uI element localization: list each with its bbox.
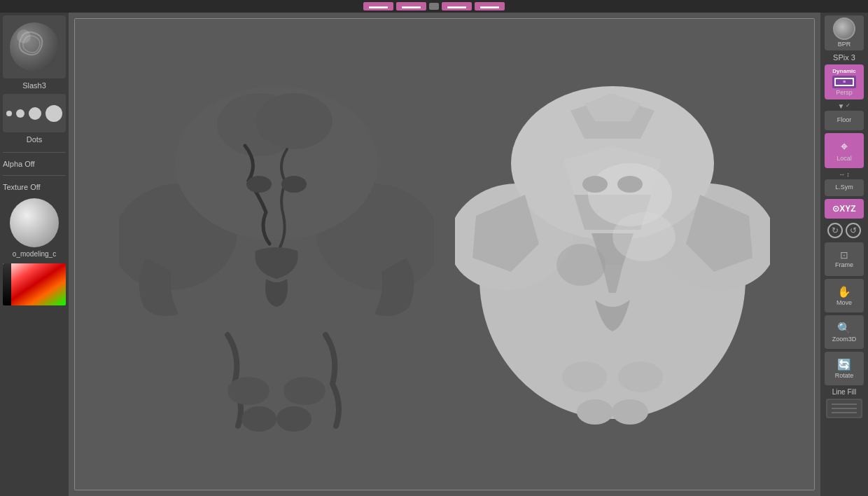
floor-container: ▼ ✓ Floor xyxy=(825,102,864,130)
brush-icon[interactable] xyxy=(3,15,66,78)
floor-checkmark: ✓ xyxy=(846,102,850,110)
rotate-cw-icon[interactable]: ↻ xyxy=(827,223,843,238)
lsym-label: L.Sym xyxy=(835,184,853,191)
persp-indicator: ≡ xyxy=(832,76,856,88)
bpr-label: BPR xyxy=(838,41,851,48)
svg-point-8 xyxy=(241,406,276,432)
divider-1 xyxy=(3,152,66,153)
svg-point-7 xyxy=(284,377,326,405)
rotate-label: Rotate xyxy=(835,373,854,380)
left-sidebar: Slash3 Dots Alpha Off Texture Off o_mode… xyxy=(0,13,69,496)
svg-point-6 xyxy=(227,377,270,405)
alpha-off-label[interactable]: Alpha Off xyxy=(0,160,35,168)
dots-preview[interactable] xyxy=(3,94,66,132)
xyz-button[interactable]: ⊙XYZ xyxy=(825,199,864,219)
svg-point-27 xyxy=(612,399,648,425)
linefill-preview[interactable] xyxy=(826,399,862,418)
top-bar-btn-4[interactable]: ▬▬▬ xyxy=(475,2,505,11)
color-picker[interactable] xyxy=(3,263,66,305)
top-bar-btn-3[interactable]: ▬▬▬ xyxy=(442,2,472,11)
frame-icon: ⊡ xyxy=(840,249,848,261)
canvas-area[interactable] xyxy=(69,13,820,496)
xyz-label: ⊙XYZ xyxy=(832,204,855,214)
move-button[interactable]: ✋ Move xyxy=(825,279,864,312)
move-label: Move xyxy=(836,300,852,307)
rotate-ccw-icon[interactable]: ↺ xyxy=(846,223,861,238)
persp-label: Persp xyxy=(836,90,853,97)
svg-point-9 xyxy=(276,406,312,432)
move-icon: ✋ xyxy=(837,285,851,298)
bpr-icon xyxy=(833,18,855,40)
svg-point-25 xyxy=(618,361,663,392)
main-row: Slash3 Dots Alpha Off Texture Off o_mode… xyxy=(0,13,868,496)
top-bar: ▬▬▬ ▬▬▬ ▬▬▬ ▬▬▬ xyxy=(0,0,868,13)
zoom3d-label: Zoom3D xyxy=(832,336,857,343)
zoom3d-icon: 🔍 xyxy=(837,322,851,335)
lsym-left-right-icon: ↔ xyxy=(839,171,845,178)
svg-point-29 xyxy=(612,212,676,261)
model-right-svg xyxy=(455,55,770,468)
linefill-svg xyxy=(826,399,862,418)
svg-point-10 xyxy=(246,176,272,193)
linefill-label: Line Fill xyxy=(832,388,856,396)
color-black-bar xyxy=(3,263,11,305)
lsym-up-down-icon: ↕ xyxy=(846,171,850,178)
icon-pair-1: ↻ ↺ xyxy=(827,223,861,238)
dynamic-label: Dynamic xyxy=(832,68,855,74)
material-ball[interactable] xyxy=(10,198,59,247)
dot-2 xyxy=(16,109,24,118)
lsym-arrows: ↔ ↕ xyxy=(839,171,850,178)
floor-down-arrow: ▼ xyxy=(838,102,845,110)
top-bar-center xyxy=(429,3,439,10)
lsym-button[interactable]: L.Sym xyxy=(825,179,864,196)
bpr-button[interactable]: BPR xyxy=(825,15,864,50)
local-label: Local xyxy=(836,156,852,163)
persp-inner: ≡ xyxy=(834,78,854,86)
texture-off-label[interactable]: Texture Off xyxy=(0,183,41,191)
dot-1 xyxy=(6,111,12,116)
right-panel: BPR SPix 3 Dynamic ≡ Persp ▼ ✓ Floor ⌖ L… xyxy=(820,13,868,496)
rotate-icon: 🔄 xyxy=(837,358,851,371)
color-gradient xyxy=(3,263,66,305)
rotate-button[interactable]: 🔄 Rotate xyxy=(825,352,864,385)
floor-label: Floor xyxy=(837,117,852,124)
dot-3 xyxy=(29,107,41,120)
svg-point-31 xyxy=(582,176,608,193)
floor-arrows: ▼ ✓ xyxy=(838,102,851,110)
material-label: o_modeling_c xyxy=(13,250,56,258)
frame-label: Frame xyxy=(835,262,853,269)
model-left-svg xyxy=(119,55,434,468)
viewport[interactable] xyxy=(74,18,815,490)
dots-label: Dots xyxy=(27,135,43,144)
top-bar-btn-2[interactable]: ▬▬▬ xyxy=(396,2,426,11)
top-bar-btn-1[interactable]: ▬▬▬ xyxy=(363,2,393,11)
brush-preview xyxy=(10,22,59,71)
divider-2 xyxy=(3,175,66,176)
svg-point-26 xyxy=(577,399,613,425)
brush-swirl-icon xyxy=(10,22,59,71)
svg-point-30 xyxy=(556,244,606,286)
svg-point-5 xyxy=(255,93,332,149)
zoom3d-button[interactable]: 🔍 Zoom3D xyxy=(825,315,864,349)
floor-button[interactable]: Floor xyxy=(825,111,864,130)
lsym-container: ↔ ↕ L.Sym xyxy=(825,171,864,196)
spix-label: SPix 3 xyxy=(833,53,855,62)
local-icon: ⌖ xyxy=(841,139,848,154)
local-button[interactable]: ⌖ Local xyxy=(825,133,864,168)
dot-4 xyxy=(46,105,62,122)
dynamic-persp-button[interactable]: Dynamic ≡ Persp xyxy=(825,64,864,99)
brush-name-label: Slash3 xyxy=(22,81,46,90)
frame-button[interactable]: ⊡ Frame xyxy=(825,242,864,276)
svg-point-11 xyxy=(281,176,307,193)
svg-point-24 xyxy=(562,361,607,392)
svg-point-32 xyxy=(617,176,643,193)
models-container xyxy=(75,19,814,490)
